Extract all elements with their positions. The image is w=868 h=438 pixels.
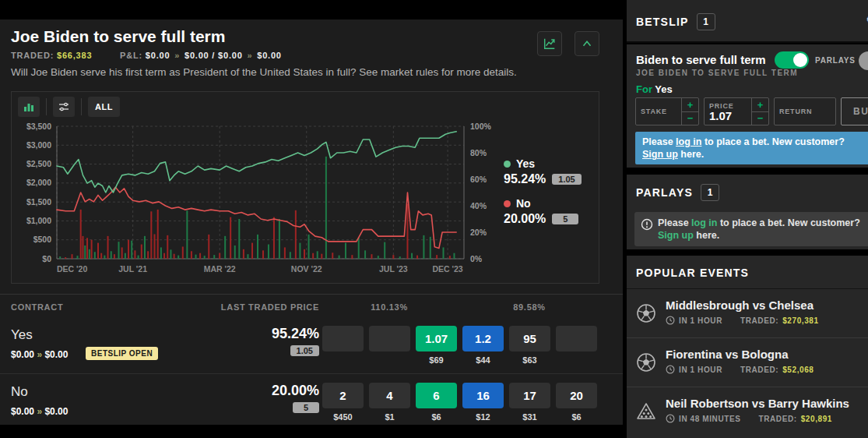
price-cell[interactable]: 17	[509, 383, 550, 408]
legend-no-pct: 20.00%	[504, 212, 546, 226]
return-field[interactable]: RETURN	[774, 97, 836, 125]
svg-text:DEC '23: DEC '23	[432, 264, 462, 274]
back-percent-header: 110.13%	[366, 302, 413, 312]
event-list-item[interactable]: Middlesbrough vs Chelsea IN 1 HOURTRADED…	[627, 288, 868, 337]
svg-text:JUL '23: JUL '23	[379, 264, 408, 274]
ltp-odds-badge: 1.05	[290, 345, 319, 356]
svg-text:$1,500: $1,500	[26, 197, 51, 207]
event-meta: IN 48 MINUTESTRADED:$20,891	[666, 414, 832, 423]
pnl-separator: »	[37, 406, 42, 417]
cell-volume: $12	[462, 412, 504, 423]
remove-bet-button[interactable]	[859, 51, 868, 70]
lay-price-button[interactable]: 1.2	[462, 326, 504, 351]
parlays-count-badge: 1	[701, 184, 719, 201]
event-start-time: IN 1 HOUR	[679, 316, 722, 325]
chart-legend: Yes 95.24% 1.05 No 20.00% 5	[504, 157, 582, 237]
back-price-button[interactable]: 1.07	[416, 326, 457, 351]
signup-link[interactable]: Sign up	[658, 230, 694, 241]
last-traded-price: 95.24% 1.05	[272, 326, 319, 357]
svg-text:40%: 40%	[470, 201, 487, 210]
price-cell-empty[interactable]	[369, 326, 410, 351]
betslip-body: Biden to serve full term JOE BIDEN TO SE…	[627, 44, 868, 168]
buy-button[interactable]: BUY	[841, 97, 868, 125]
svg-text:JUL '21: JUL '21	[118, 264, 147, 274]
svg-text:$500: $500	[33, 235, 52, 244]
event-title: Fiorentina vs Bologna	[666, 348, 789, 361]
parlays-toggle-label: PARLAYS	[815, 56, 856, 65]
betslip-title: BETSLIP	[636, 16, 689, 28]
bet-side: For Yes	[636, 83, 673, 95]
back-price-button[interactable]: 6	[416, 383, 457, 408]
price-cell[interactable]: 95	[509, 326, 550, 351]
chart-settings-button[interactable]	[53, 97, 75, 117]
snooker-rack-icon	[635, 401, 657, 422]
login-link[interactable]: log in	[676, 136, 701, 147]
svg-text:NOV '22: NOV '22	[291, 264, 322, 274]
pnl-value: $0.00	[184, 51, 209, 60]
price-cell-empty[interactable]	[322, 326, 364, 351]
collapse-button[interactable]	[575, 31, 599, 56]
betslip-item-title: Biden to serve full term	[636, 53, 766, 66]
stake-increment-button[interactable]: +	[682, 98, 698, 112]
table-row-no: No $0.00 » $0.00 20.00% 5 2$450 4$1 6$6 …	[0, 376, 623, 438]
price-chart[interactable]: $0$500$1,000$1,500$2,000$2,500$3,000$3,5…	[16, 120, 501, 280]
legend-no-odds: 5	[552, 214, 578, 224]
pnl-value: $0.00	[44, 349, 68, 360]
popular-events-title: POPULAR EVENTS	[636, 267, 749, 279]
pnl-value: $0.00	[11, 349, 34, 360]
price-cell[interactable]: 20	[556, 383, 597, 408]
event-traded-label: TRADED:	[740, 316, 778, 325]
side-value: Yes	[655, 83, 672, 95]
price-increment-button[interactable]: +	[752, 98, 768, 112]
lay-price-button[interactable]: 16	[462, 383, 504, 408]
legend-yes: Yes 95.24% 1.05	[504, 157, 582, 186]
bar-chart-icon	[23, 101, 35, 113]
event-traded-label: TRADED:	[740, 366, 778, 374]
return-label: RETURN	[779, 108, 831, 115]
toggle-knob-icon	[793, 53, 807, 67]
cell-volume: $6	[416, 412, 457, 423]
login-link[interactable]: log in	[691, 217, 717, 228]
event-title: Middlesbrough vs Chelsea	[666, 298, 814, 312]
pnl-value: $0.00	[44, 406, 68, 417]
price-decrement-button[interactable]: −	[752, 112, 768, 125]
pnl-value: $0.00	[146, 51, 170, 60]
pnl-slash: /	[212, 51, 215, 60]
price-cell[interactable]: 2	[322, 383, 364, 408]
price-field[interactable]: PRICE 1.07 + −	[704, 97, 769, 125]
price-cell-empty[interactable]	[556, 326, 597, 351]
side-prefix: For	[636, 83, 655, 95]
event-list-item[interactable]: Fiorentina vs Bologna IN 1 HOURTRADED:$5…	[627, 337, 868, 387]
sliders-icon	[58, 101, 70, 113]
toolbar-divider	[46, 98, 47, 115]
parlays-toggle[interactable]	[775, 51, 809, 69]
stake-decrement-button[interactable]: −	[682, 112, 698, 125]
cell-volume: $6	[556, 412, 597, 423]
timerange-all-button[interactable]: ALL	[88, 97, 120, 117]
cell-volume: $69	[416, 355, 457, 366]
market-description: Will Joe Biden serve his first term as P…	[11, 66, 517, 78]
event-list-item[interactable]: Neil Robertson vs Barry Hawkins IN 48 MI…	[627, 387, 868, 436]
table-row-yes: Yes $0.00 » $0.00 BETSLIP OPEN 95.24% 1.…	[0, 320, 623, 373]
lay-percent-header: 89.58%	[506, 302, 553, 312]
info-icon	[641, 218, 653, 231]
event-traded-amount: $270,381	[782, 316, 819, 325]
soccer-ball-icon	[635, 351, 657, 373]
cell-volume: $63	[509, 355, 550, 366]
last-traded-price: 20.00% 5	[272, 383, 319, 414]
signup-link[interactable]: Sign up	[642, 149, 678, 160]
stake-field[interactable]: STAKE + −	[635, 97, 699, 125]
legend-yes-label: Yes	[516, 157, 535, 170]
contract-pnl: $0.00 » $0.00	[11, 349, 68, 360]
market-panel: Joe Biden to serve full term TRADED: $66…	[0, 19, 623, 425]
toolbar-divider	[81, 98, 82, 115]
parlays-login-notice: Please log in to place a bet. New custom…	[634, 212, 868, 246]
volume-chart-button[interactable]	[18, 97, 40, 117]
price-cell[interactable]: 4	[369, 383, 410, 408]
price-value[interactable]: 1.07	[709, 110, 747, 122]
betslip-header: BETSLIP 1 €	[627, 0, 868, 43]
chart-view-button[interactable]	[537, 31, 562, 56]
price-label: PRICE	[709, 102, 747, 110]
cell-volume	[322, 355, 364, 366]
svg-text:$0: $0	[42, 254, 51, 263]
